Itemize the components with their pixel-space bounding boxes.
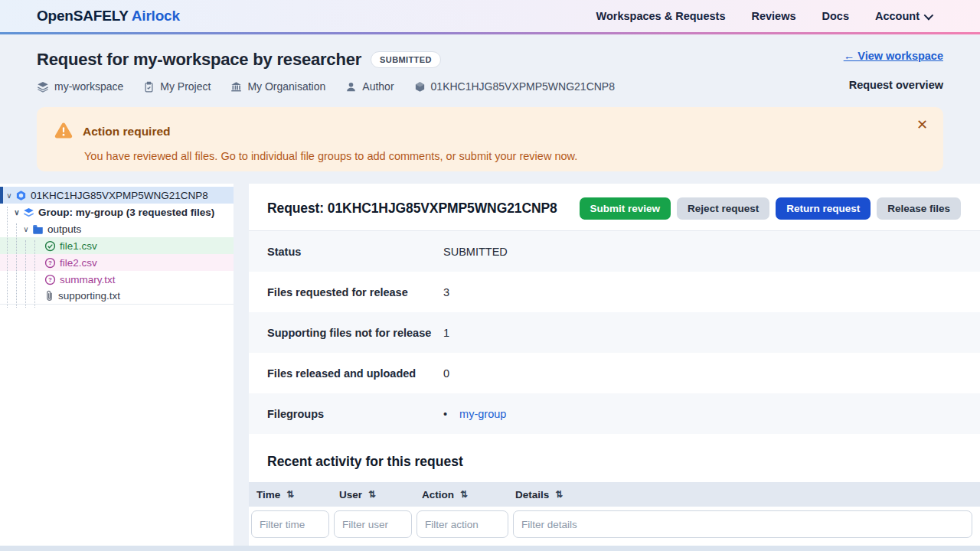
meta-organisation: My Organisation (230, 80, 325, 93)
request-overview-label: Request overview (849, 79, 943, 91)
row-label: Files released and uploaded (267, 367, 443, 380)
column-header-action[interactable]: Action ⇅ (414, 489, 508, 500)
tree-item-request-root[interactable]: ∨ 01KHC1HJG85VXPMP5WNG21CNP8 (0, 187, 234, 204)
column-header-time[interactable]: Time ⇅ (249, 489, 332, 500)
svg-text:?: ? (48, 259, 52, 266)
bullet: • (443, 408, 447, 420)
request-main-panel: Request: 01KHC1HJG85VXPMP5WNG21CNP8 Subm… (249, 184, 980, 546)
sort-icon: ⇅ (460, 489, 468, 500)
page-title: Request for my-workspace by researcher (37, 50, 361, 70)
sort-icon: ⇅ (286, 489, 294, 500)
meta-workspace: my-workspace (37, 80, 123, 93)
paperclip-icon (44, 290, 54, 302)
cube-icon (15, 190, 27, 201)
warning-triangle-icon (54, 121, 74, 142)
nav-item-workspaces-requests[interactable]: Workspaces & Requests (596, 10, 726, 22)
row-label: Filegroups (267, 408, 443, 420)
request-meta-row: my-workspace My Project My Organisation … (0, 70, 980, 93)
brand-secondary: Airlock (132, 8, 180, 24)
row-value: 3 (443, 286, 449, 298)
building-icon (230, 81, 242, 93)
brand-primary: OpenSAFELY (37, 8, 128, 24)
status-badge: SUBMITTED (371, 51, 441, 68)
tree-guide-line (34, 240, 35, 308)
sort-icon: ⇅ (368, 489, 376, 500)
account-label: Account (875, 10, 920, 22)
meta-project-label: My Project (160, 80, 211, 93)
tree-item-label: file2.csv (60, 257, 97, 269)
return-request-button[interactable]: Return request (776, 197, 871, 220)
meta-request-id: 01KHC1HJG85VXPMP5WNG21CNP8 (414, 80, 615, 93)
reject-request-button[interactable]: Reject request (677, 197, 769, 220)
close-icon[interactable]: ✕ (912, 115, 933, 135)
table-row-files-released: Files released and uploaded 0 (249, 353, 980, 393)
activity-heading: Recent activity for this request (249, 434, 980, 482)
column-label: Action (422, 489, 454, 500)
caret-down-icon: ∨ (5, 191, 14, 200)
row-label: Status (267, 246, 443, 258)
sort-icon: ⇅ (555, 489, 563, 500)
tree-guide-line (16, 223, 17, 308)
filter-user-input[interactable] (334, 510, 412, 538)
filter-details-input[interactable] (513, 510, 972, 538)
nav-item-docs[interactable]: Docs (822, 10, 849, 22)
tree-item-outputs-folder[interactable]: ∨ outputs (0, 220, 234, 237)
tree-guide-line (25, 240, 26, 308)
filter-time-input[interactable] (251, 510, 329, 538)
meta-author: Author (345, 80, 394, 93)
filegroup-link[interactable]: my-group (459, 408, 506, 420)
submit-review-button[interactable]: Submit review (580, 197, 671, 220)
check-circle-icon (44, 240, 56, 252)
tree-item-label: file1.csv (60, 240, 97, 252)
meta-workspace-label: my-workspace (54, 80, 123, 93)
user-icon (345, 81, 357, 93)
nav-item-account[interactable]: Account (875, 10, 931, 22)
brand-logo[interactable]: OpenSAFELY Airlock (37, 8, 180, 24)
column-header-user[interactable]: User ⇅ (332, 489, 414, 500)
meta-organisation-label: My Organisation (247, 80, 325, 93)
view-workspace-link[interactable]: ← View workspace (844, 50, 943, 62)
request-heading: Request: 01KHC1HJG85VXPMP5WNG21CNP8 (267, 201, 557, 217)
action-required-banner: Action required You have reviewed all fi… (37, 107, 943, 171)
row-value: SUBMITTED (443, 246, 508, 258)
tree-item-label: Group: my-group (3 requested files) (38, 207, 214, 218)
file-tree-sidebar: ∨ 01KHC1HJG85VXPMP5WNG21CNP8 ∨ Group: my… (0, 184, 234, 546)
meta-project: My Project (143, 80, 211, 93)
table-row-status: Status SUBMITTED (249, 231, 980, 272)
layers-icon (23, 207, 34, 218)
clipboard-icon (143, 81, 155, 93)
request-details-table: Status SUBMITTED Files requested for rel… (249, 230, 980, 434)
meta-request-id-label: 01KHC1HJG85VXPMP5WNG21CNP8 (431, 80, 615, 93)
caret-down-icon: ∨ (12, 208, 21, 217)
column-label: Time (256, 489, 280, 500)
caret-down-icon: ∨ (21, 225, 31, 233)
tree-item-label: 01KHC1HJG85VXPMP5WNG21CNP8 (31, 190, 208, 201)
filter-action-input[interactable] (416, 510, 508, 538)
top-navigation-bar: OpenSAFELY Airlock Workspaces & Requests… (0, 0, 980, 32)
svg-text:?: ? (48, 276, 52, 283)
tree-item-label: outputs (47, 223, 81, 235)
table-row-supporting-files: Supporting files not for release 1 (249, 312, 980, 353)
column-header-details[interactable]: Details ⇅ (508, 489, 980, 500)
row-label: Files requested for release (267, 286, 443, 298)
row-label: Supporting files not for release (267, 327, 443, 339)
row-value: 0 (443, 367, 449, 380)
question-circle-icon: ? (44, 257, 56, 269)
question-circle-icon: ? (44, 274, 56, 285)
tree-item-label: supporting.txt (58, 290, 120, 302)
tree-guide-line (7, 207, 8, 308)
request-actions: Submit review Reject request Return requ… (580, 197, 961, 220)
table-row-filegroups: Filegroups • my-group (249, 393, 980, 434)
release-files-button[interactable]: Release files (877, 197, 961, 220)
layers-icon (37, 80, 49, 93)
nav-item-reviews[interactable]: Reviews (751, 10, 795, 22)
tree-item-label: summary.txt (60, 274, 116, 285)
column-label: User (339, 489, 362, 500)
folder-icon (32, 224, 44, 234)
table-row-files-requested: Files requested for release 3 (249, 272, 980, 312)
tree-item-group[interactable]: ∨ Group: my-group (3 requested files) (0, 204, 234, 220)
row-value: 1 (443, 327, 449, 339)
chevron-down-icon (924, 10, 934, 20)
nav-links: Workspaces & Requests Reviews Docs Accou… (596, 10, 931, 22)
activity-filter-row (249, 507, 980, 540)
